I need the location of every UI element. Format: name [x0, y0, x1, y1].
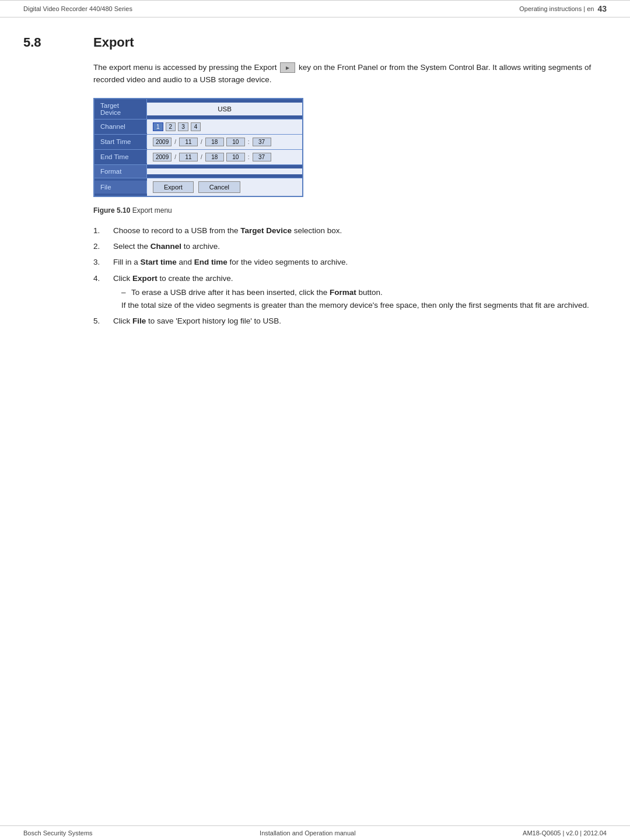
figure-caption-text: Export menu: [132, 206, 172, 215]
step-5-content: Click File to save 'Export history log f…: [113, 315, 607, 327]
start-day[interactable]: 18: [205, 138, 224, 146]
menu-value-format: [147, 168, 302, 174]
menu-row-file: File Export Cancel: [94, 178, 302, 196]
step-4-bold: Export: [132, 274, 158, 283]
menu-label-target-device: Target Device: [94, 99, 147, 119]
export-icon: ▶: [280, 62, 295, 73]
channel-btn-4[interactable]: 4: [191, 122, 201, 131]
menu-label-end-time: End Time: [94, 150, 147, 163]
step-1-content: Choose to record to a USB from the Targe…: [113, 225, 607, 237]
page-number: 43: [597, 4, 607, 13]
cancel-button[interactable]: Cancel: [198, 181, 240, 193]
step-2-content: Select the Channel to archive.: [113, 241, 607, 252]
section-number: 5.8: [23, 35, 58, 50]
main-content: 5.8 Export The export menu is accessed b…: [0, 17, 630, 367]
step-4: 4. Click Export to create the archive. –…: [93, 273, 607, 312]
step-2: 2. Select the Channel to archive.: [93, 241, 607, 252]
channel-btn-3[interactable]: 3: [178, 122, 188, 131]
step-1-num: 1.: [93, 225, 105, 237]
menu-label-start-time: Start Time: [94, 135, 147, 148]
start-month[interactable]: 11: [179, 138, 198, 146]
footer-left: Bosch Security Systems: [23, 830, 93, 837]
channel-btn-1[interactable]: 1: [153, 122, 163, 131]
step-5-num: 5.: [93, 315, 105, 327]
step-2-bold: Channel: [150, 242, 181, 251]
step-1: 1. Choose to record to a USB from the Ta…: [93, 225, 607, 237]
menu-value-end-time: 2009 / 11 / 18 10 : 37: [147, 150, 302, 164]
step-4-num: 4.: [93, 273, 105, 284]
step-2-num: 2.: [93, 241, 105, 252]
page-header: Digital Video Recorder 440/480 Series Op…: [0, 0, 630, 17]
channel-btn-2[interactable]: 2: [166, 122, 176, 131]
start-minute[interactable]: 37: [253, 138, 271, 146]
menu-row-start-time: Start Time 2009 / 11 / 18 10 : 37: [94, 135, 302, 150]
step-3-bold-end: End time: [194, 258, 228, 266]
step-4-continuation: If the total size of the video segments …: [113, 300, 607, 311]
step-3-content: Fill in a Start time and End time for th…: [113, 256, 607, 268]
menu-value-target-device: USB: [147, 103, 302, 115]
menu-row-channel: Channel 1 2 3 4: [94, 120, 302, 135]
menu-label-format: Format: [94, 165, 147, 178]
menu-row-format: Format: [94, 165, 302, 178]
intro-text-1: The export menu is accessed by pressing …: [93, 63, 276, 72]
step-1-bold: Target Device: [240, 226, 292, 235]
section-title: Export: [93, 35, 134, 50]
start-hour[interactable]: 10: [226, 138, 245, 146]
end-day[interactable]: 18: [205, 153, 224, 161]
start-year[interactable]: 2009: [153, 138, 172, 146]
footer-center: Installation and Operation manual: [260, 830, 356, 837]
export-menu-diagram: Target Device USB Channel 1 2 3 4 Start …: [93, 98, 303, 197]
intro-paragraph: The export menu is accessed by pressing …: [93, 62, 607, 86]
step-3-num: 3.: [93, 256, 105, 268]
menu-row-target-device: Target Device USB: [94, 99, 302, 120]
export-button[interactable]: Export: [153, 181, 194, 193]
end-minute[interactable]: 37: [253, 153, 271, 161]
menu-value-start-time: 2009 / 11 / 18 10 : 37: [147, 135, 302, 149]
steps-list: 1. Choose to record to a USB from the Ta…: [93, 225, 607, 328]
step-5: 5. Click File to save 'Export history lo…: [93, 315, 607, 327]
header-left: Digital Video Recorder 440/480 Series: [23, 5, 132, 12]
end-hour[interactable]: 10: [226, 153, 245, 161]
step-4-content: Click Export to create the archive. – To…: [113, 273, 607, 312]
menu-label-channel: Channel: [94, 120, 147, 133]
end-month[interactable]: 11: [179, 153, 198, 161]
step-5-bold: File: [132, 317, 146, 325]
step-3: 3. Fill in a Start time and End time for…: [93, 256, 607, 268]
step-4-format-bold: Format: [330, 288, 356, 297]
menu-label-file: File: [94, 181, 147, 194]
menu-value-channel: 1 2 3 4: [147, 120, 302, 134]
page-footer: Bosch Security Systems Installation and …: [0, 825, 630, 840]
menu-row-end-time: End Time 2009 / 11 / 18 10 : 37: [94, 150, 302, 165]
figure-caption-bold: Figure 5.10: [93, 206, 130, 215]
section-heading: 5.8 Export: [23, 35, 607, 50]
header-right: Operating instructions | en 43: [519, 4, 607, 13]
header-right-label: Operating instructions | en: [519, 5, 594, 12]
end-year[interactable]: 2009: [153, 153, 172, 161]
step-4-sub: – To erase a USB drive after it has been…: [113, 287, 607, 298]
footer-right: AM18-Q0605 | v2.0 | 2012.04: [523, 830, 607, 837]
step-3-bold-start: Start time: [141, 258, 177, 266]
figure-caption: Figure 5.10 Export menu: [93, 206, 607, 215]
action-buttons: Export Cancel: [147, 178, 302, 196]
